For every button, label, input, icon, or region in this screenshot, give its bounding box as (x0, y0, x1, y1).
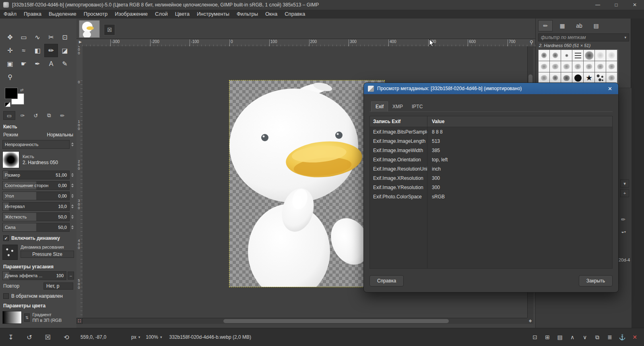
menu-item[interactable]: Изображение (111, 10, 151, 19)
brush-tile[interactable] (561, 72, 572, 83)
navigation-button[interactable]: ✥ (527, 318, 533, 324)
brush-selector[interactable]: Кисть 2. Hardness 050 (2, 151, 74, 168)
dialog-tab[interactable]: IPTC (407, 101, 427, 112)
brush-filter-input[interactable]: фильтр по меткам (538, 33, 629, 41)
option-slider[interactable]: Размер 51,00 (2, 171, 70, 179)
crop-tool[interactable]: ⊡ (58, 31, 72, 44)
document-history-tab-icon[interactable]: ▤ (589, 20, 603, 31)
table-row[interactable]: Exif.Photo.ColorSpace sRGB (370, 192, 612, 201)
table-row[interactable]: Exif.Image.ImageWidth 385 (370, 146, 612, 155)
close-image-tab-icon[interactable]: ☒ (104, 24, 115, 35)
save-icon[interactable]: ↧ (5, 331, 17, 343)
brush-tile[interactable] (561, 61, 572, 72)
slider-spin[interactable] (71, 173, 74, 177)
brush-tile[interactable] (539, 72, 549, 83)
help-button[interactable]: Справка (369, 275, 404, 286)
tool-options-tab-icon[interactable]: ▭ (3, 111, 15, 120)
brush-tile[interactable] (539, 50, 549, 61)
free-select-tool[interactable]: ∿ (31, 31, 44, 44)
menu-item[interactable]: Фильтры (233, 10, 262, 19)
dialog-tab[interactable]: XMP (388, 101, 407, 112)
brush-tile[interactable] (550, 50, 561, 61)
brush-tile[interactable] (584, 50, 594, 61)
color-picker-tool[interactable]: ✎ (58, 57, 72, 70)
brush-tile[interactable] (595, 61, 606, 72)
menu-item[interactable]: Цвета (171, 10, 193, 19)
menu-item[interactable]: Правка (20, 10, 45, 19)
brush-tile[interactable] (572, 50, 583, 61)
repeat-mode-row[interactable]: Повтор Нет, р (3, 282, 73, 290)
image-tab-thumbnail[interactable] (79, 20, 100, 38)
new-group-icon[interactable]: ▤ (555, 332, 564, 342)
option-slider[interactable]: Сила 50,0 (2, 223, 70, 232)
slider-spin[interactable] (71, 194, 74, 198)
paint-mode-value[interactable]: Нормальны (47, 132, 73, 138)
brush-tile[interactable] (550, 72, 561, 83)
add-icon[interactable]: + (620, 189, 629, 197)
close-button[interactable]: Закрыть (579, 275, 613, 286)
table-row[interactable]: Exif.Image.BitsPerSample 8 8 8 (370, 127, 612, 136)
menu-item[interactable]: Выделение (45, 10, 80, 19)
quick-mask-button[interactable] (76, 318, 83, 324)
opacity-slider[interactable]: Непрозрачность (2, 140, 70, 149)
gradient-reverse-icon[interactable]: ⇅ (24, 313, 30, 322)
color-selector[interactable]: ⇄ (5, 88, 33, 108)
slider-spin[interactable] (71, 225, 74, 229)
menu-item[interactable]: Инструменты (193, 10, 233, 19)
brush-tile[interactable] (539, 61, 549, 72)
patterns-tab-icon[interactable]: ▦ (555, 20, 570, 31)
close-button[interactable]: ✕ (625, 0, 644, 10)
table-row[interactable]: Exif.Image.ResolutionUnit inch (370, 164, 612, 173)
raise-layer-icon[interactable]: ∧ (568, 332, 577, 342)
table-row[interactable]: Exif.Image.XResolution 300 (370, 173, 612, 183)
zoom-combo[interactable]: 100% (146, 334, 162, 340)
images-tab-icon[interactable]: ⧉ (43, 111, 55, 120)
brush-tile[interactable] (595, 72, 606, 83)
delete-layer-icon[interactable]: ✕ (630, 332, 639, 342)
undo-history-tab-icon[interactable]: ↺ (30, 111, 42, 120)
menu-item[interactable]: Справка (281, 10, 309, 19)
gradient-thumbnail[interactable] (2, 311, 22, 324)
clone-tool[interactable]: ▣ (3, 57, 17, 70)
dynamics-selector[interactable]: Динамика рисования Pressure Size (2, 245, 74, 260)
menu-item[interactable]: Окна (262, 10, 281, 19)
move-tool[interactable]: ✥ (3, 31, 17, 44)
bucket-fill-tool[interactable]: ◧ (31, 44, 44, 57)
slider-spin[interactable] (71, 142, 74, 146)
brush-tile[interactable] (606, 61, 617, 72)
brushes-tab-icon[interactable]: ✏ (538, 20, 553, 31)
chevron-down-icon[interactable]: ▾ (620, 179, 629, 187)
fade-unit-combo[interactable]: – (68, 272, 74, 280)
tab-scroll-icon[interactable]: ▶ (79, 40, 82, 44)
dialog-close-icon[interactable]: ✕ (606, 86, 614, 92)
fonts-tab-icon[interactable]: ab (572, 20, 586, 31)
paint-mode-row[interactable]: Режим Нормальны (3, 132, 73, 138)
reverse-checkbox[interactable] (3, 293, 9, 299)
option-slider[interactable]: Угол 0,00 (2, 192, 70, 200)
new-layer-icon[interactable]: ⊞ (543, 332, 552, 342)
brush-thumbnail[interactable] (2, 151, 19, 168)
transform-tool[interactable]: ✛ (3, 44, 17, 57)
undo-icon[interactable]: ↺ (23, 331, 35, 343)
redo-icon[interactable]: ⟲ (60, 331, 72, 343)
gradient-dock-icon[interactable]: ◒▾ (621, 229, 626, 235)
enable-dynamics-checkbox[interactable] (3, 235, 9, 241)
dialog-title-bar[interactable]: Просмотр метаданных: [332b158f-020d-4d46… (364, 83, 618, 94)
swap-colors-icon[interactable]: ⇄ (20, 88, 23, 92)
brush-tile[interactable] (595, 50, 606, 61)
slider-spin[interactable] (71, 183, 74, 187)
maximize-button[interactable]: □ (607, 0, 625, 10)
device-status-tab-icon[interactable]: ✑ (17, 111, 29, 120)
dialog-tab[interactable]: Exif (371, 101, 388, 112)
table-row[interactable]: Exif.Image.ImageLength 513 (370, 136, 612, 146)
eraser-tool[interactable]: ◪ (58, 44, 72, 57)
brush-tile[interactable] (584, 61, 594, 72)
tool-presets-tab-icon[interactable]: ✏ (56, 111, 68, 120)
fade-length-slider[interactable]: Длина эффекта ... 100 (2, 271, 66, 280)
brush-tile[interactable] (561, 50, 572, 61)
rectangle-select-tool[interactable]: ▭ (17, 31, 31, 44)
horizontal-scroll-thumb[interactable] (223, 319, 449, 323)
ruler-zoom-icon[interactable]: ⚲ (530, 39, 533, 45)
slider-spin[interactable] (71, 215, 74, 219)
toggle-dialogs-icon[interactable]: ⊡ (530, 332, 539, 342)
